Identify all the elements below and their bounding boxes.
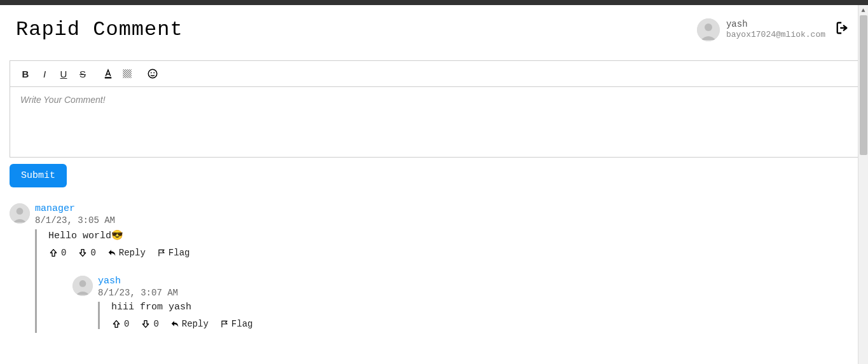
comment-content-block: hiii from yash 0 0 [98,302,858,329]
comments-list: manager 8/1/23, 3:05 AM Hello world😎 0 0 [10,203,858,333]
comment-author[interactable]: manager [35,203,858,214]
header-right: yash bayox17024@mliok.com [697,18,852,41]
comment-actions: 0 0 Reply [111,319,858,329]
main-content: B I U S Write Your Comment! [0,60,868,333]
reply-button[interactable]: Reply [170,319,209,329]
comment-body: manager 8/1/23, 3:05 AM Hello world😎 0 0 [35,203,858,333]
comment-item: manager 8/1/23, 3:05 AM Hello world😎 0 0 [10,203,858,333]
user-avatar [697,18,720,41]
user-text: yash bayox17024@mliok.com [726,18,825,41]
text-color-button[interactable] [100,66,116,81]
vertical-scrollbar[interactable]: ▲ [858,5,868,333]
editor-toolbar: B I U S [10,61,858,87]
toolbar-group-formatting: B I U S [18,66,95,81]
comment-actions: 0 0 Reply Flag [48,248,858,258]
comment-avatar [10,203,30,224]
flag-button[interactable]: Flag [220,319,253,329]
comment-body: yash 8/1/23, 3:07 AM hiii from yash 0 [98,276,858,333]
comment-author[interactable]: yash [98,276,858,286]
flag-label: Flag [231,319,253,329]
reply-button[interactable]: Reply [107,248,146,258]
svg-point-10 [79,280,86,287]
underline-button[interactable]: U [56,66,71,81]
editor-placeholder: Write Your Comment! [20,95,106,105]
svg-rect-3 [123,69,132,78]
comment-content-block: Hello world😎 0 0 Reply [35,229,858,333]
comment-text: Hello world😎 [48,229,858,241]
user-block: yash bayox17024@mliok.com [697,18,825,41]
browser-top-bar [0,0,868,5]
downvote-button[interactable]: 0 [141,319,158,329]
svg-point-6 [153,72,155,74]
italic-button[interactable]: I [37,66,52,81]
svg-point-8 [17,208,24,215]
comment-text: hiii from yash [111,302,858,313]
downvote-button[interactable]: 0 [78,248,95,258]
username: yash [726,18,825,30]
logout-icon[interactable] [833,18,852,41]
upvote-button[interactable]: 0 [48,248,66,258]
page-header: Rapid Comment yash bayox17024@mliok.com [0,5,868,60]
editor-textarea[interactable]: Write Your Comment! [10,87,858,157]
comment-header: manager 8/1/23, 3:05 AM [35,203,858,226]
comment-header: yash 8/1/23, 3:07 AM [98,276,858,298]
toolbar-group-color [100,66,140,81]
svg-point-4 [148,69,157,78]
downvote-count: 0 [90,248,95,258]
comment-avatar [72,276,93,296]
svg-point-5 [151,72,152,74]
upvote-button[interactable]: 0 [111,319,129,329]
reply-label: Reply [182,319,209,329]
comment-time: 8/1/23, 3:07 AM [98,288,858,298]
reply-label: Reply [119,248,146,258]
user-email: bayox17024@mliok.com [726,30,825,41]
emoji-button[interactable] [145,66,160,81]
highlight-button[interactable] [120,66,135,81]
strikethrough-button[interactable]: S [75,66,90,81]
app-title: Rapid Comment [16,18,183,41]
flag-label: Flag [169,248,190,258]
upvote-count: 0 [61,248,66,258]
scroll-thumb[interactable] [860,15,867,155]
comment-editor: B I U S Write Your Comment! [10,60,858,158]
nested-comments: yash 8/1/23, 3:07 AM hiii from yash 0 [72,276,858,333]
scroll-up-icon[interactable]: ▲ [858,5,868,15]
comment-time: 8/1/23, 3:05 AM [35,215,858,226]
toolbar-group-emoji [145,66,165,81]
submit-button[interactable]: Submit [10,164,67,187]
upvote-count: 0 [124,319,129,329]
bold-button[interactable]: B [18,66,33,81]
comment-item: yash 8/1/23, 3:07 AM hiii from yash 0 [72,276,858,333]
svg-point-1 [705,24,712,31]
downvote-count: 0 [153,319,158,329]
flag-button[interactable]: Flag [157,248,190,258]
svg-rect-2 [105,77,112,78]
